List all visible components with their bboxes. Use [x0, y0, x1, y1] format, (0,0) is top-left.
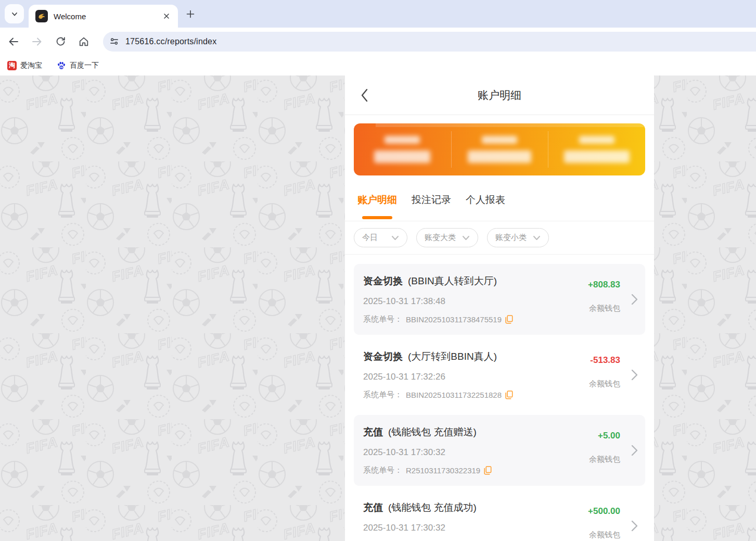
copy-icon	[505, 315, 513, 324]
wallet-type: 余额钱包	[589, 455, 620, 464]
wallet-type: 余额钱包	[588, 304, 620, 313]
url-text[interactable]: 175616.cc/reports/index	[125, 37, 216, 46]
transaction-amount: -513.83	[589, 355, 620, 366]
gold-dragon-icon	[37, 11, 46, 21]
browser-toolbar: 175616.cc/reports/index	[0, 28, 756, 55]
site-settings-tune-icon	[109, 36, 119, 46]
bookmark-aitaobao[interactable]: 淘 爱淘宝	[7, 61, 42, 70]
redacted-value	[468, 150, 531, 163]
browser-tab-welcome[interactable]: Welcome	[29, 5, 178, 28]
transaction-amount: +5.00	[589, 431, 620, 441]
order-number-label: 系统单号：	[363, 465, 402, 475]
site-favicon-icon	[35, 10, 48, 22]
transaction-amount-block: +808.83 余额钱包	[588, 280, 620, 313]
transaction-list: 资金切换 (BBIN真人转到大厅) 2025-10-31 17:38:48 系统…	[345, 255, 654, 541]
transaction-row[interactable]: 充值 (钱能钱包 充值成功) 2025-10-31 17:30:32 系统单号：…	[354, 490, 645, 541]
transaction-amount-block: -513.83 余额钱包	[589, 355, 620, 389]
summary-column-redacted	[548, 123, 645, 175]
copy-icon	[484, 466, 492, 475]
home-button[interactable]	[74, 32, 93, 51]
redacted-label	[482, 136, 517, 144]
summary-column-redacted	[451, 123, 548, 175]
reload-icon	[55, 36, 66, 47]
new-tab-button[interactable]	[183, 7, 198, 21]
summary-column-redacted	[354, 123, 451, 175]
bookmark-label: 爱淘宝	[20, 61, 42, 70]
transaction-type: 资金切换	[363, 274, 403, 288]
reload-button[interactable]	[51, 32, 70, 51]
address-bar[interactable]: 175616.cc/reports/index	[103, 32, 756, 52]
filter-label: 账变大类	[425, 233, 456, 243]
chevron-down-icon	[533, 235, 541, 241]
tab-personal-report[interactable]: 个人报表	[466, 179, 505, 221]
chevron-right-icon[interactable]	[631, 520, 638, 532]
transaction-row[interactable]: 资金切换 (大厅转到BBIN真人) 2025-10-31 17:32:26 系统…	[354, 339, 645, 410]
order-number-value: BBIN202510311732251828	[406, 391, 502, 399]
filters-row: 今日 账变大类 账变小类	[345, 221, 654, 255]
copy-button[interactable]	[505, 391, 513, 399]
chevron-right-icon[interactable]	[631, 294, 638, 305]
transaction-detail: (钱能钱包 充值赠送)	[388, 425, 477, 439]
bookmark-baidu[interactable]: du 百度一下	[57, 61, 99, 70]
svg-text:du: du	[60, 66, 63, 69]
bookmarks-bar: 淘 爱淘宝 du 百度一下	[0, 55, 756, 76]
plus-icon	[186, 10, 195, 18]
chevron-down-icon	[462, 235, 470, 241]
transaction-type: 资金切换	[363, 350, 403, 363]
redacted-label	[385, 136, 420, 144]
order-number-value: BBIN202510311738475519	[406, 315, 502, 324]
baidu-paw-icon: du	[57, 61, 66, 70]
transaction-detail: (大厅转到BBIN真人)	[408, 350, 497, 363]
back-button-panel[interactable]	[361, 76, 368, 115]
transaction-detail: (BBIN真人转到大厅)	[408, 274, 497, 288]
chevron-right-icon[interactable]	[631, 445, 638, 456]
close-icon	[163, 13, 170, 19]
transaction-amount-block: +5.00 余额钱包	[589, 431, 620, 464]
chevron-down-icon	[11, 10, 18, 18]
chevron-left-icon	[361, 89, 368, 102]
transaction-amount: +808.83	[588, 280, 620, 290]
copy-icon	[505, 391, 513, 399]
back-arrow-icon	[8, 36, 19, 47]
filter-minor-category-dropdown[interactable]: 账变小类	[487, 228, 549, 247]
bookmark-label: 百度一下	[70, 61, 99, 70]
forward-button[interactable]	[28, 32, 46, 51]
report-tabs: 账户明细 投注记录 个人报表	[345, 175, 654, 221]
account-detail-panel: 账户明细 账户明细 投注记录 个人报表 今日 账变大类 账变小类	[345, 76, 654, 541]
copy-button[interactable]	[484, 466, 492, 475]
chevron-right-icon[interactable]	[631, 369, 638, 381]
balance-summary-card	[354, 123, 645, 175]
transaction-type: 充值	[363, 501, 383, 514]
chevron-down-icon	[391, 235, 399, 241]
tab-account-detail[interactable]: 账户明细	[357, 179, 397, 221]
order-number-label: 系统单号：	[363, 390, 402, 400]
transaction-row[interactable]: 充值 (钱能钱包 充值赠送) 2025-10-31 17:30:32 系统单号：…	[354, 415, 645, 486]
transaction-amount: +500.00	[588, 506, 620, 517]
redacted-value	[374, 150, 430, 163]
wallet-type: 余额钱包	[588, 530, 620, 540]
tab-title: Welcome	[54, 12, 161, 21]
page-title: 账户明细	[478, 88, 521, 103]
tab-search-button[interactable]	[5, 4, 24, 23]
copy-button[interactable]	[505, 315, 513, 324]
filter-label: 账变小类	[495, 233, 527, 243]
filter-label: 今日	[362, 233, 378, 243]
forward-arrow-icon	[31, 36, 43, 47]
redacted-value	[564, 150, 630, 163]
transaction-type: 充值	[363, 425, 383, 439]
browser-tab-strip: Welcome	[0, 0, 756, 28]
tab-bet-records[interactable]: 投注记录	[412, 179, 451, 221]
transaction-amount-block: +500.00 余额钱包	[588, 506, 620, 540]
redacted-label	[579, 136, 614, 144]
tab-close-button[interactable]	[161, 11, 172, 21]
order-number-label: 系统单号：	[363, 314, 402, 324]
taobao-icon: 淘	[7, 61, 17, 70]
transaction-row[interactable]: 资金切换 (BBIN真人转到大厅) 2025-10-31 17:38:48 系统…	[354, 264, 645, 335]
panel-header: 账户明细	[345, 76, 654, 115]
back-button[interactable]	[4, 32, 23, 51]
filter-major-category-dropdown[interactable]: 账变大类	[416, 228, 478, 247]
transaction-detail: (钱能钱包 充值成功)	[388, 501, 477, 514]
filter-date-dropdown[interactable]: 今日	[354, 228, 407, 247]
home-icon	[78, 36, 89, 47]
wallet-type: 余额钱包	[589, 379, 620, 389]
